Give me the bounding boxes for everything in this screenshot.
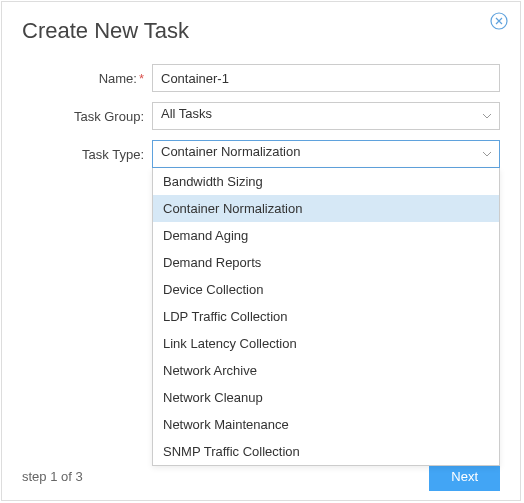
task-type-option[interactable]: Link Latency Collection [153, 330, 499, 357]
row-name: Name:* [22, 64, 500, 92]
field-task-type: Container Normalization Bandwidth Sizing… [152, 140, 500, 168]
label-task-type: Task Type: [22, 147, 152, 162]
chevron-down-icon [481, 110, 493, 122]
task-type-select[interactable]: Container Normalization [152, 140, 500, 168]
task-type-option[interactable]: LDP Traffic Collection [153, 303, 499, 330]
task-type-option[interactable]: Network Cleanup [153, 384, 499, 411]
chevron-down-icon [481, 148, 493, 160]
task-type-option[interactable]: Network Archive [153, 357, 499, 384]
task-type-value: Container Normalization [161, 144, 300, 159]
row-task-type: Task Type: Container Normalization Bandw… [22, 140, 500, 168]
create-task-dialog: Create New Task Name:* Task Group: All T… [1, 1, 521, 501]
task-group-select[interactable]: All Tasks [152, 102, 500, 130]
name-input[interactable] [152, 64, 500, 92]
task-type-option[interactable]: Bandwidth Sizing [153, 168, 499, 195]
task-group-value: All Tasks [161, 106, 212, 121]
label-name: Name:* [22, 71, 152, 86]
task-type-option[interactable]: Network Maintenance [153, 411, 499, 438]
row-task-group: Task Group: All Tasks [22, 102, 500, 130]
label-task-group: Task Group: [22, 109, 152, 124]
task-type-option[interactable]: SNMP Traffic Collection [153, 438, 499, 465]
required-asterisk: * [139, 71, 144, 86]
label-name-text: Name: [99, 71, 137, 86]
task-type-option[interactable]: Demand Aging [153, 222, 499, 249]
step-indicator: step 1 of 3 [22, 469, 83, 484]
task-type-option[interactable]: Demand Reports [153, 249, 499, 276]
task-type-dropdown: Bandwidth SizingContainer NormalizationD… [152, 168, 500, 466]
close-button[interactable] [490, 12, 508, 30]
task-type-option[interactable]: Container Normalization [153, 195, 499, 222]
form: Name:* Task Group: All Tasks Task Type: [2, 64, 520, 168]
field-name [152, 64, 500, 92]
close-icon [490, 16, 508, 33]
field-task-group: All Tasks [152, 102, 500, 130]
task-type-option[interactable]: Device Collection [153, 276, 499, 303]
dialog-title: Create New Task [2, 2, 520, 64]
